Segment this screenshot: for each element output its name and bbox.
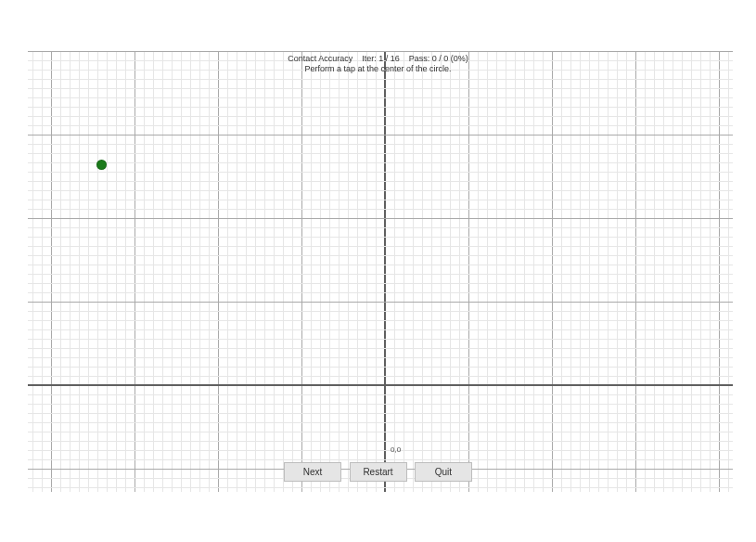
button-bar: Next Restart Quit — [0, 462, 756, 482]
instruction-text: Perform a tap at the center of the circl… — [304, 64, 451, 73]
calibration-grid[interactable] — [28, 51, 733, 492]
quit-button[interactable]: Quit — [415, 462, 472, 482]
test-name-label: Contact Accuracy — [288, 54, 352, 63]
iter-total: 16 — [391, 54, 400, 63]
pass-value: 0 / 0 (0%) — [432, 54, 468, 63]
restart-button[interactable]: Restart — [350, 462, 407, 482]
iter-current: 1 — [378, 54, 383, 63]
header: Contact Accuracy Iter: 1 / 16 Pass: 0 / … — [0, 54, 756, 74]
target-circle[interactable] — [96, 160, 107, 170]
pass-label: Pass: — [409, 54, 430, 63]
next-button[interactable]: Next — [284, 462, 341, 482]
iter-label: Iter: — [362, 54, 377, 63]
origin-label: 0,0 — [391, 445, 401, 454]
